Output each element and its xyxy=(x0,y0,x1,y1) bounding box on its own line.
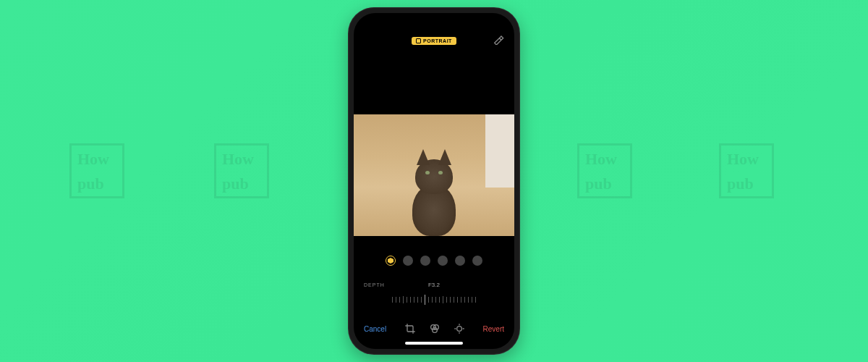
watermark-top-text: How xyxy=(585,150,617,169)
watermark-logo: How pub xyxy=(69,143,127,201)
home-indicator[interactable] xyxy=(405,342,463,345)
watermark-top-text: How xyxy=(77,150,109,169)
lighting-natural-icon[interactable] xyxy=(386,256,396,266)
depth-control-section: DEPTH F3.2 xyxy=(354,282,514,307)
watermark-logo: How pub xyxy=(719,143,777,201)
adjust-icon[interactable] xyxy=(454,323,465,334)
markup-icon[interactable] xyxy=(493,33,504,45)
lighting-stage-mono-icon[interactable] xyxy=(455,256,465,266)
watermark-logo: How pub xyxy=(214,143,272,201)
watermark-bottom-text: pub xyxy=(727,174,754,193)
revert-button[interactable]: Revert xyxy=(483,325,504,333)
lighting-studio-icon[interactable] xyxy=(403,256,413,266)
lighting-stage-icon[interactable] xyxy=(438,256,448,266)
watermark-top-text: How xyxy=(727,150,759,169)
lighting-modes-row xyxy=(354,256,514,266)
depth-value: F3.2 xyxy=(364,282,504,288)
lighting-high-key-icon[interactable] xyxy=(472,256,482,266)
svg-point-2 xyxy=(433,328,438,333)
phone-screen: PORTRAIT xyxy=(354,13,514,349)
portrait-mode-badge[interactable]: PORTRAIT xyxy=(412,37,456,45)
portrait-icon xyxy=(416,38,421,43)
svg-point-3 xyxy=(457,327,462,332)
editor-bottom-bar: Cancel Revert xyxy=(354,323,514,334)
watermark-bottom-text: pub xyxy=(585,174,612,193)
lighting-contour-icon[interactable] xyxy=(420,256,430,266)
filters-icon[interactable] xyxy=(429,323,441,334)
watermark-top-text: How xyxy=(222,150,254,169)
photo-background-wall xyxy=(485,114,514,188)
cancel-button[interactable]: Cancel xyxy=(364,325,386,333)
portrait-badge-label: PORTRAIT xyxy=(423,38,452,43)
photo-preview[interactable] xyxy=(354,114,514,236)
tool-icons-row xyxy=(404,323,465,334)
watermark-bottom-text: pub xyxy=(77,174,104,193)
editor-top-bar: PORTRAIT xyxy=(354,32,514,49)
watermark-logo: How pub xyxy=(577,143,635,201)
watermark-bottom-text: pub xyxy=(222,174,249,193)
phone-frame: PORTRAIT xyxy=(348,7,520,355)
crop-icon[interactable] xyxy=(404,323,416,334)
depth-slider[interactable] xyxy=(364,292,504,307)
phone-notch xyxy=(398,13,470,29)
photo-subject-cat xyxy=(401,142,467,236)
